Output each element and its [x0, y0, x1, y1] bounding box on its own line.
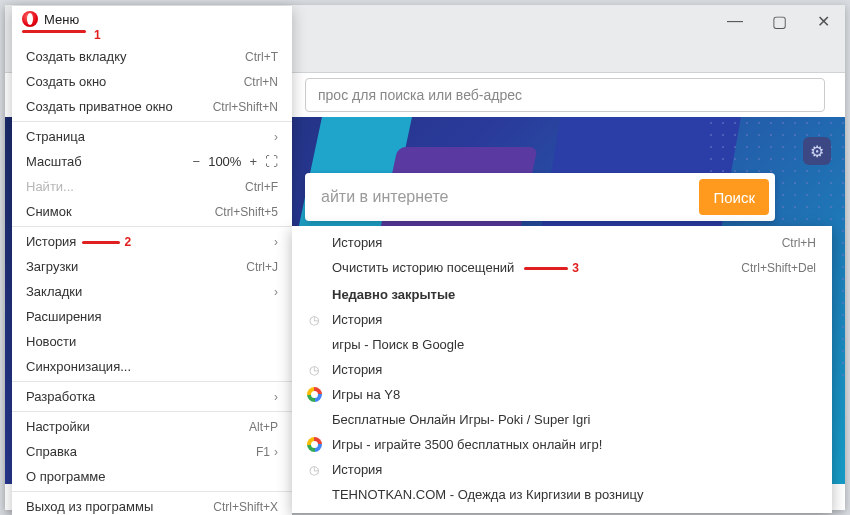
menu-item-label: Закладки [26, 284, 270, 299]
menu-shortcut: Ctrl+H [782, 236, 816, 250]
submenu-item[interactable]: Очистить историю посещений3Ctrl+Shift+De… [292, 255, 832, 280]
gear-icon: ⚙ [810, 142, 824, 161]
menu-shortcut: Ctrl+J [246, 260, 278, 274]
menu-shortcut: Ctrl+Shift+5 [215, 205, 278, 219]
blank-icon [306, 337, 322, 353]
menu-item[interactable]: Синхронизация... [12, 354, 292, 379]
chevron-right-icon: › [274, 285, 278, 299]
menu-item-label: Новости [26, 334, 278, 349]
recent-item-label: История [332, 362, 816, 377]
annotation-underline [524, 267, 568, 270]
menu-item-label: Выход из программы [26, 499, 213, 514]
menu-item[interactable]: НастройкиAlt+P [12, 411, 292, 439]
menu-shortcut: Ctrl+Shift+Del [741, 261, 816, 275]
blank-icon [306, 412, 322, 428]
window-maximize-button[interactable]: ▢ [757, 5, 801, 37]
menu-item[interactable]: Создать приватное окноCtrl+Shift+N [12, 94, 292, 119]
menu-item-label: Создать приватное окно [26, 99, 213, 114]
page-search-button[interactable]: Поиск [699, 179, 769, 215]
menu-item[interactable]: Масштаб−100%+⛶ [12, 149, 292, 174]
recent-item[interactable]: ◷История [292, 357, 832, 382]
chevron-right-icon: › [274, 390, 278, 404]
menu-item[interactable]: Найти...Ctrl+F [12, 174, 292, 199]
google-icon [306, 437, 322, 453]
menu-shortcut: Ctrl+Shift+X [213, 500, 278, 514]
menu-shortcut: Alt+P [249, 420, 278, 434]
menu-item[interactable]: Выход из программыCtrl+Shift+X [12, 491, 292, 515]
menu-item[interactable]: Создать вкладкуCtrl+T [12, 44, 292, 69]
window-close-button[interactable]: ✕ [801, 5, 845, 37]
main-menu: Меню 1 Создать вкладкуCtrl+TСоздать окно… [12, 6, 292, 515]
recent-item-label: Игры - играйте 3500 бесплатных онлайн иг… [332, 437, 816, 452]
menu-item-label: Разработка [26, 389, 270, 404]
menu-item-label: Страница [26, 129, 270, 144]
menu-item[interactable]: Расширения [12, 304, 292, 329]
menu-item-label: Справка [26, 444, 256, 459]
zoom-controls: −100%+⛶ [193, 154, 278, 169]
recent-item[interactable]: Бесплатные Онлайн Игры- Poki / Super Igr… [292, 407, 832, 432]
menu-item[interactable]: Закладки› [12, 279, 292, 304]
menu-item[interactable]: СправкаF1› [12, 439, 292, 464]
google-icon [306, 387, 322, 403]
submenu-item-label: Очистить историю посещений3 [332, 260, 741, 275]
menu-item-label: Найти... [26, 179, 245, 194]
menu-item-label: Масштаб [26, 154, 193, 169]
recent-item-label: TEHNOTKAN.COM - Одежда из Киргизии в роз… [332, 487, 816, 502]
chevron-right-icon: › [274, 235, 278, 249]
annotation-number-1: 1 [94, 28, 101, 42]
menu-shortcut: Ctrl+F [245, 180, 278, 194]
blank-icon [306, 487, 322, 503]
menu-item-label: История2 [26, 234, 270, 249]
menu-item[interactable]: Новости [12, 329, 292, 354]
menu-item-label: Создать вкладку [26, 49, 245, 64]
page-search-input[interactable]: айти в интернете [321, 188, 699, 206]
submenu-item-label: История [332, 235, 782, 250]
recent-item[interactable]: игры - Поиск в Google [292, 332, 832, 357]
menu-item[interactable]: Разработка› [12, 381, 292, 409]
page-search-bar: айти в интернете Поиск [305, 173, 775, 221]
menu-item[interactable]: Страница› [12, 121, 292, 149]
menu-item-label: Создать окно [26, 74, 244, 89]
annotation-number-3: 3 [572, 261, 579, 275]
address-placeholder: прос для поиска или веб-адрес [318, 87, 522, 103]
recent-item[interactable]: TEHNOTKAN.COM - Одежда из Киргизии в роз… [292, 482, 832, 507]
opera-icon [22, 11, 38, 27]
menu-item-label: Расширения [26, 309, 278, 324]
recent-item-label: История [332, 462, 816, 477]
menu-item-label: Синхронизация... [26, 359, 278, 374]
annotation-underline [82, 241, 120, 244]
recent-item[interactable]: Игры - играйте 3500 бесплатных онлайн иг… [292, 432, 832, 457]
recent-item-label: игры - Поиск в Google [332, 337, 816, 352]
recent-item-label: Бесплатные Онлайн Игры- Poki / Super Igr… [332, 412, 816, 427]
submenu-item[interactable]: ИсторияCtrl+H [292, 230, 832, 255]
page-settings-button[interactable]: ⚙ [803, 137, 831, 165]
menu-title: Меню [44, 12, 79, 27]
menu-item[interactable]: ЗагрузкиCtrl+J [12, 254, 292, 279]
menu-shortcut: F1 [256, 445, 270, 459]
history-submenu: ИсторияCtrl+HОчистить историю посещений3… [292, 226, 832, 513]
recent-item[interactable]: Игры на Y8 [292, 382, 832, 407]
chevron-right-icon: › [274, 130, 278, 144]
clock-icon: ◷ [306, 362, 322, 378]
recent-item[interactable]: ◷История [292, 457, 832, 482]
menu-shortcut: Ctrl+N [244, 75, 278, 89]
chevron-right-icon: › [274, 445, 278, 459]
menu-item[interactable]: История2› [12, 226, 292, 254]
menu-item[interactable]: О программе [12, 464, 292, 489]
menu-shortcut: Ctrl+Shift+N [213, 100, 278, 114]
recent-item-label: Игры на Y8 [332, 387, 816, 402]
zoom-out-button[interactable]: − [193, 154, 201, 169]
recent-item[interactable]: ◷История [292, 307, 832, 332]
clock-icon: ◷ [306, 312, 322, 328]
menu-item[interactable]: Создать окноCtrl+N [12, 69, 292, 94]
fullscreen-icon[interactable]: ⛶ [265, 154, 278, 169]
address-input[interactable]: прос для поиска или веб-адрес [305, 78, 825, 112]
window-minimize-button[interactable]: — [713, 5, 757, 37]
menu-item-label: Настройки [26, 419, 249, 434]
annotation-number-2: 2 [124, 235, 131, 249]
menu-item-label: Снимок [26, 204, 215, 219]
zoom-in-button[interactable]: + [249, 154, 257, 169]
menu-item[interactable]: СнимокCtrl+Shift+5 [12, 199, 292, 224]
zoom-value: 100% [208, 154, 241, 169]
menu-item-label: Загрузки [26, 259, 246, 274]
